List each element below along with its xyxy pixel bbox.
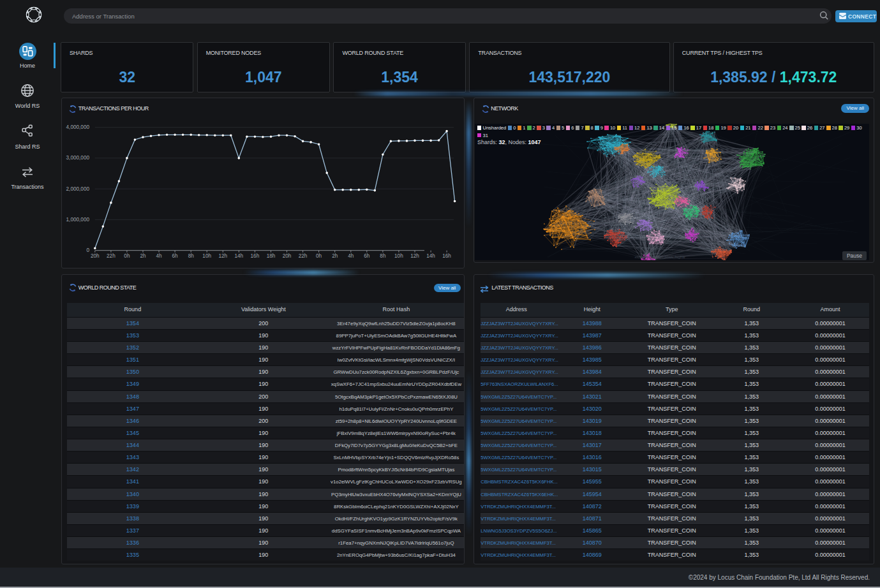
svg-text:0h: 0h xyxy=(316,253,322,259)
svg-text:18h: 18h xyxy=(266,253,275,259)
svg-text:22h: 22h xyxy=(298,253,307,259)
svg-text:8h: 8h xyxy=(380,253,386,259)
svg-text:4h: 4h xyxy=(348,253,354,259)
svg-text:4,000,000: 4,000,000 xyxy=(66,124,89,130)
svg-text:0h: 0h xyxy=(124,253,130,259)
svg-text:2h: 2h xyxy=(332,253,338,259)
svg-text:8h: 8h xyxy=(188,253,194,259)
svg-text:16h: 16h xyxy=(250,253,259,259)
svg-text:2h: 2h xyxy=(140,253,146,259)
svg-text:6h: 6h xyxy=(172,253,178,259)
svg-text:10h: 10h xyxy=(202,253,211,259)
svg-text:22h: 22h xyxy=(107,253,116,259)
svg-text:12h: 12h xyxy=(410,253,419,259)
svg-text:6h: 6h xyxy=(364,253,370,259)
svg-text:0: 0 xyxy=(86,247,89,253)
svg-text:16h: 16h xyxy=(442,253,451,259)
svg-text:20h: 20h xyxy=(282,253,291,259)
svg-text:4h: 4h xyxy=(156,253,162,259)
svg-text:14h: 14h xyxy=(234,253,243,259)
svg-text:2,000,000: 2,000,000 xyxy=(66,186,89,192)
svg-text:1,000,000: 1,000,000 xyxy=(66,217,89,223)
svg-text:14h: 14h xyxy=(426,253,435,259)
svg-text:10h: 10h xyxy=(394,253,403,259)
svg-text:20h: 20h xyxy=(91,253,100,259)
svg-text:12h: 12h xyxy=(218,253,227,259)
svg-text:3,000,000: 3,000,000 xyxy=(66,156,89,161)
